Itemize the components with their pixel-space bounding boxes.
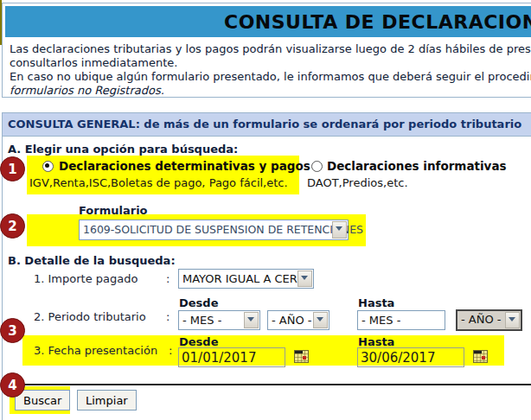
consulta-general-panel: CONSULTA GENERAL: de más de un formulari… <box>2 112 531 420</box>
anio-selected-value: - AÑO - <box>272 314 312 327</box>
chevron-down-icon[interactable] <box>332 221 347 239</box>
buscar-button[interactable]: Buscar <box>15 390 70 410</box>
importe-colon: : <box>166 272 170 285</box>
limpiar-button[interactable]: Limpiar <box>77 390 137 410</box>
periodo-desde-anio-select[interactable]: - AÑO - <box>267 310 329 330</box>
radio-declaraciones-informativas[interactable] <box>311 161 323 172</box>
chevron-down-icon[interactable] <box>505 312 520 328</box>
radio-informativas-description: DAOT,Predios,etc. <box>307 176 408 189</box>
page: CONSULTA DE DECLARACION Las declaracione… <box>0 0 531 420</box>
periodo-hasta-anio-select[interactable]: - AÑO - <box>456 309 522 331</box>
periodo-hasta-mes-select[interactable]: - MES - <box>357 310 445 330</box>
calendar-icon[interactable] <box>473 350 488 363</box>
option-b-heading: B. Detalle de la busqueda: <box>8 254 176 267</box>
formulario-selected-value: 1609-SOLICITUD DE SUSPENSION DE RETENCIO… <box>83 223 363 236</box>
chevron-down-icon[interactable] <box>297 270 312 287</box>
periodo-hasta-header: Hasta <box>358 296 394 309</box>
option-a-heading: A. Elegir una opción para búsqueda: <box>8 143 238 156</box>
periodo-desde-header: Desde <box>179 296 218 309</box>
annotation-badge-3: 3 <box>0 318 25 343</box>
fecha-presentacion-label: 3. Fecha presentación <box>34 344 157 357</box>
intro-line: Las declaraciones tributarias y los pago… <box>10 42 531 56</box>
chevron-down-icon[interactable] <box>313 312 328 328</box>
annotation-badge-1: 1 <box>0 156 25 181</box>
header-panel: CONSULTA DE DECLARACION Las declaracione… <box>2 3 531 98</box>
intro-line: En caso no ubique algún formulario prese… <box>10 70 531 84</box>
mes-selected-value: - MES - <box>182 314 221 327</box>
importe-pagado-select[interactable]: MAYOR IGUAL A CERO <box>178 269 314 289</box>
annotation-badge-2: 2 <box>0 213 25 239</box>
anio-selected-value: - AÑO - <box>461 313 502 326</box>
radio-determinativas-label: Declaraciones determinativas y pagos <box>59 159 310 173</box>
formulario-select[interactable]: 1609-SOLICITUD DE SUSPENSION DE RETENCIO… <box>79 220 349 240</box>
fecha-colon: : <box>169 344 172 357</box>
periodo-desde-mes-select[interactable]: - MES - <box>178 310 260 330</box>
fecha-desde-input[interactable] <box>178 347 285 367</box>
radio-informativas-label: Declaraciones informativas <box>327 159 507 173</box>
periodo-tributario-label: 2. Periodo tributario <box>34 310 146 323</box>
fecha-hasta-input[interactable] <box>357 347 464 367</box>
chevron-down-icon[interactable] <box>244 312 259 328</box>
importe-pagado-label: 1. Importe pagado <box>34 272 138 285</box>
annotation-badge-4: 4 <box>0 372 25 398</box>
radio-determinativas-description: IGV,Renta,ISC,Boletas de pago, Pago fáci… <box>29 176 288 189</box>
intro-text: Las declaraciones tributarias y los pago… <box>10 42 531 98</box>
intro-line-italic: formularios no Registrados. <box>10 84 531 98</box>
calendar-icon[interactable] <box>294 350 309 363</box>
divider <box>1 384 531 385</box>
section-header: CONSULTA GENERAL: de más de un formulari… <box>3 113 531 137</box>
page-title: CONSULTA DE DECLARACION <box>224 11 531 33</box>
fecha-desde-header: Desde <box>179 335 218 348</box>
title-bar: CONSULTA DE DECLARACION <box>5 6 531 37</box>
intro-line: consultarlos inmediatamente. <box>10 56 531 70</box>
periodo-colon: : <box>166 310 170 323</box>
radio-declaraciones-determinativas[interactable] <box>42 161 54 172</box>
mes-selected-value: - MES - <box>361 314 400 327</box>
section-header-label: CONSULTA GENERAL: de más de un formulari… <box>8 118 521 130</box>
fecha-hasta-header: Hasta <box>358 335 394 348</box>
importe-selected-value: MAYOR IGUAL A CERO <box>182 272 306 285</box>
